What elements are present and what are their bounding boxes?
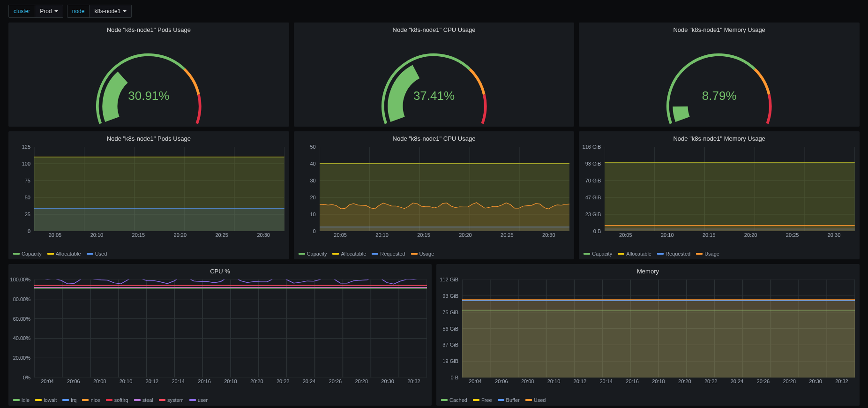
gauge-value: 37.41%: [413, 88, 455, 103]
x-tick: 20:10: [90, 232, 104, 240]
chevron-down-icon: [123, 10, 127, 12]
chart-plot[interactable]: [320, 147, 570, 231]
legend-item[interactable]: softirq: [106, 397, 128, 403]
x-tick: 20:08: [521, 378, 534, 386]
legend-item[interactable]: Allocatable: [618, 251, 651, 257]
legend-item[interactable]: Allocatable: [47, 251, 81, 257]
legend-label: Used: [534, 397, 546, 403]
x-tick: 20:25: [501, 232, 514, 240]
y-tick: 19 GiB: [442, 358, 458, 364]
legend-item[interactable]: user: [189, 397, 208, 403]
x-tick: 20:10: [661, 232, 674, 240]
legend-swatch: [525, 399, 532, 401]
chevron-down-icon: [54, 10, 58, 12]
legend-swatch: [13, 399, 20, 401]
legend-swatch: [473, 399, 479, 401]
node-picker[interactable]: node k8s-node1: [67, 5, 132, 18]
timeseries-panel[interactable]: Node "k8s-node1" Pods Usage 025507510012…: [8, 131, 289, 259]
gauge-panel[interactable]: Node "k8s-node1" Pods Usage 30.91%: [8, 23, 289, 127]
gauge-value: 8.79%: [702, 88, 737, 103]
timeseries-panel[interactable]: Memory 0 B19 GiB37 GiB56 GiB75 GiB93 GiB…: [436, 264, 860, 406]
legend-label: Usage: [419, 251, 434, 257]
legend-swatch: [299, 253, 305, 255]
y-tick: 0: [28, 228, 30, 234]
legend-swatch: [35, 399, 42, 401]
timeseries-panel[interactable]: Node "k8s-node1" Memory Usage 0 B23 GiB4…: [579, 131, 860, 259]
gauge-chart: [579, 35, 860, 139]
x-tick: 20:20: [250, 378, 263, 386]
y-axis: 0 B19 GiB37 GiB56 GiB75 GiB93 GiB112 GiB: [436, 280, 462, 378]
legend-swatch: [498, 399, 504, 401]
legend-item[interactable]: idle: [13, 397, 30, 403]
y-tick: 70 GiB: [585, 178, 601, 183]
timeseries-panel[interactable]: Node "k8s-node1" CPU Usage 01020304050 2…: [294, 131, 575, 259]
legend-label: Capacity: [22, 251, 42, 257]
legend-label: Requested: [380, 251, 405, 257]
panel-title: CPU %: [8, 264, 432, 277]
x-tick: 20:18: [224, 378, 237, 386]
legend-item[interactable]: Usage: [696, 251, 719, 257]
legend: CapacityAllocatableUsed: [13, 251, 284, 257]
legend: CachedFreeBufferUsed: [441, 397, 855, 403]
node-value[interactable]: k8s-node1: [90, 5, 131, 17]
cluster-label: cluster: [9, 5, 35, 17]
legend-item[interactable]: Buffer: [498, 397, 520, 403]
x-tick: 20:10: [120, 378, 133, 386]
legend-item[interactable]: steal: [134, 397, 153, 403]
legend-label: Requested: [666, 251, 690, 257]
cluster-picker[interactable]: cluster Prod: [8, 5, 63, 18]
x-tick: 20:22: [277, 378, 290, 386]
legend-item[interactable]: system: [159, 397, 184, 403]
legend-item[interactable]: irq: [62, 397, 76, 403]
x-tick: 20:20: [459, 232, 472, 240]
y-tick: 37 GiB: [442, 342, 458, 348]
legend-item[interactable]: Used: [87, 251, 107, 257]
y-tick: 100.00%: [10, 277, 30, 282]
legend-item[interactable]: Allocatable: [332, 251, 366, 257]
legend-item[interactable]: Capacity: [13, 251, 42, 257]
legend-item[interactable]: Capacity: [299, 251, 327, 257]
chart-plot[interactable]: [34, 147, 284, 231]
y-tick: 75: [25, 178, 30, 183]
y-axis: 0%20.00%40.00%60.00%80.00%100.00%: [8, 280, 34, 378]
y-axis: 01020304050: [294, 147, 320, 231]
y-tick: 0 B: [593, 228, 601, 234]
x-tick: 20:16: [626, 378, 639, 386]
y-tick: 10: [310, 212, 315, 217]
x-tick: 20:06: [495, 378, 508, 386]
timeseries-panel[interactable]: CPU % 0%20.00%40.00%60.00%80.00%100.00% …: [8, 264, 432, 406]
x-tick: 20:10: [375, 232, 389, 240]
legend-label: Usage: [704, 251, 719, 257]
y-tick: 80.00%: [13, 296, 30, 302]
chart-plot[interactable]: [34, 280, 427, 378]
gauge-panel[interactable]: Node "k8s-node1" Memory Usage 8.79%: [579, 23, 860, 127]
x-tick: 20:30: [542, 232, 555, 240]
chart-plot[interactable]: [605, 147, 855, 231]
x-tick: 20:12: [146, 378, 159, 386]
chart-plot[interactable]: [462, 280, 855, 378]
x-tick: 20:32: [407, 378, 420, 386]
legend-label: idle: [22, 397, 30, 403]
y-tick: 93 GiB: [585, 161, 601, 166]
y-tick: 112 GiB: [440, 277, 458, 282]
legend-label: system: [167, 397, 184, 403]
gauge-panel[interactable]: Node "k8s-node1" CPU Usage 37.41%: [294, 23, 575, 127]
y-tick: 0: [313, 228, 316, 234]
legend-item[interactable]: Cached: [441, 397, 467, 403]
legend-item[interactable]: nice: [82, 397, 100, 403]
legend-item[interactable]: Usage: [411, 251, 434, 257]
gauge-chart: [294, 35, 575, 139]
legend-swatch: [47, 253, 54, 255]
legend-item[interactable]: Requested: [372, 251, 405, 257]
legend-item[interactable]: Used: [525, 397, 546, 403]
legend-item[interactable]: Capacity: [584, 251, 612, 257]
legend-label: Buffer: [506, 397, 520, 403]
legend-item[interactable]: Requested: [657, 251, 690, 257]
legend-swatch: [411, 253, 418, 255]
legend-swatch: [82, 399, 89, 401]
x-tick: 20:26: [329, 378, 342, 386]
legend-item[interactable]: Free: [473, 397, 492, 403]
panel-title: Node "k8s-node1" Memory Usage: [579, 23, 860, 35]
legend-item[interactable]: iowait: [35, 397, 57, 403]
cluster-value[interactable]: Prod: [35, 5, 62, 17]
